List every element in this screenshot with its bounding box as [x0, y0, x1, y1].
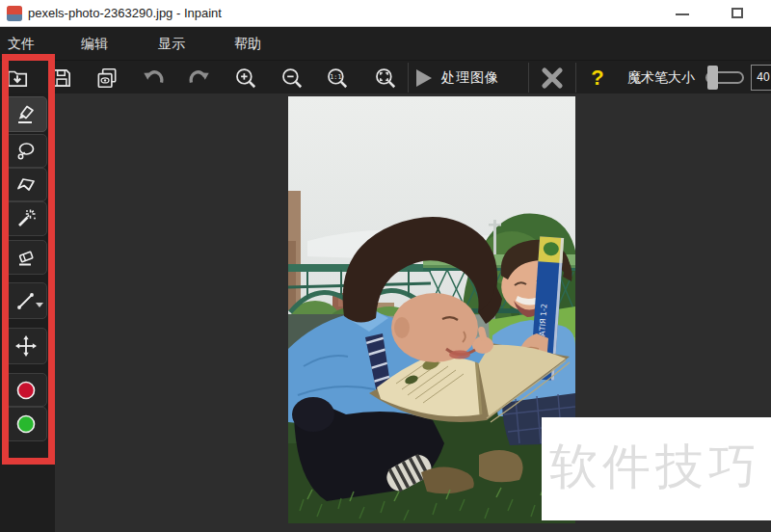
app-icon [7, 6, 22, 21]
red-circle-icon [14, 379, 38, 402]
tool-sidebar [0, 93, 55, 532]
compare-view-icon [94, 66, 120, 91]
title-bar: pexels-photo-2363290.jpg - Inpaint [0, 0, 771, 27]
menu-view[interactable]: 显示 [158, 27, 185, 60]
process-image-label: 处理图像 [441, 69, 499, 87]
maximize-button[interactable] [731, 8, 743, 18]
cancel-button[interactable] [536, 61, 569, 94]
menu-bar: 文件 编辑 显示 帮助 [0, 27, 771, 60]
play-icon [414, 67, 434, 89]
process-image-button[interactable]: 处理图像 [414, 61, 499, 94]
open-image-button[interactable] [1, 61, 34, 94]
marker-icon [14, 103, 38, 126]
magic-wand-icon [14, 207, 38, 230]
zoom-in-icon [233, 66, 258, 91]
fit-to-window-icon [373, 66, 398, 91]
inpaint-window: pexels-photo-2363290.jpg - Inpaint 文件 编辑… [0, 0, 771, 532]
zoom-out-button[interactable] [276, 61, 308, 94]
actual-size-icon: 1:1 [325, 66, 350, 91]
polygon-lasso-icon [14, 173, 38, 197]
zoom-out-icon [279, 66, 305, 91]
green-circle-icon [14, 412, 38, 436]
fit-to-window-button[interactable] [369, 61, 402, 94]
menu-edit[interactable]: 编辑 [81, 27, 108, 60]
tool-move[interactable] [5, 328, 47, 364]
toolbar: 1:1 处理图像 ? 魔术笔大小 40 [0, 60, 771, 93]
menu-file[interactable]: 文件 [8, 27, 35, 60]
menu-help[interactable]: 帮助 [234, 27, 261, 60]
save-button[interactable] [45, 61, 78, 94]
brush-size-slider-thumb[interactable] [707, 66, 718, 90]
compare-view-button[interactable] [91, 61, 123, 94]
tool-red-marker[interactable] [5, 373, 47, 407]
lasso-icon [14, 140, 38, 163]
toolbar-separator [528, 63, 529, 93]
tool-line[interactable] [5, 282, 47, 319]
actual-size-button[interactable]: 1:1 [321, 61, 354, 94]
redo-button[interactable] [182, 61, 215, 94]
minimize-button[interactable] [676, 13, 689, 15]
undo-button[interactable] [138, 61, 171, 94]
window-title: pexels-photo-2363290.jpg - Inpaint [28, 0, 222, 27]
tool-marker[interactable] [5, 96, 47, 132]
help-button[interactable]: ? [582, 61, 613, 94]
photo-image[interactable]: ХРЕСТОМАТІЯ 1-2 [288, 96, 575, 523]
tool-lasso[interactable] [5, 134, 47, 168]
close-x-icon [541, 66, 564, 90]
zoom-in-button[interactable] [229, 61, 262, 94]
brush-size-value[interactable]: 40 [751, 65, 771, 91]
open-image-icon [5, 66, 30, 91]
line-icon [14, 289, 38, 312]
svg-text:1:1: 1:1 [330, 73, 341, 81]
eraser-icon [14, 246, 38, 269]
toolbar-separator [408, 63, 409, 93]
tool-eraser[interactable] [5, 240, 47, 275]
save-icon [49, 66, 74, 91]
redo-icon [185, 65, 212, 92]
tool-magic-wand[interactable] [5, 201, 47, 236]
tool-green-marker[interactable] [5, 407, 47, 441]
line-tool-dropdown-arrow[interactable] [36, 303, 43, 307]
watermark-text: 软件技巧 [549, 435, 761, 499]
toolbar-separator [575, 63, 576, 93]
watermark-box: 软件技巧 [542, 417, 771, 520]
tool-polygon-lasso[interactable] [5, 168, 47, 201]
brush-size-label: 魔术笔大小 [627, 61, 695, 94]
undo-icon [141, 65, 168, 92]
move-icon [14, 334, 38, 358]
